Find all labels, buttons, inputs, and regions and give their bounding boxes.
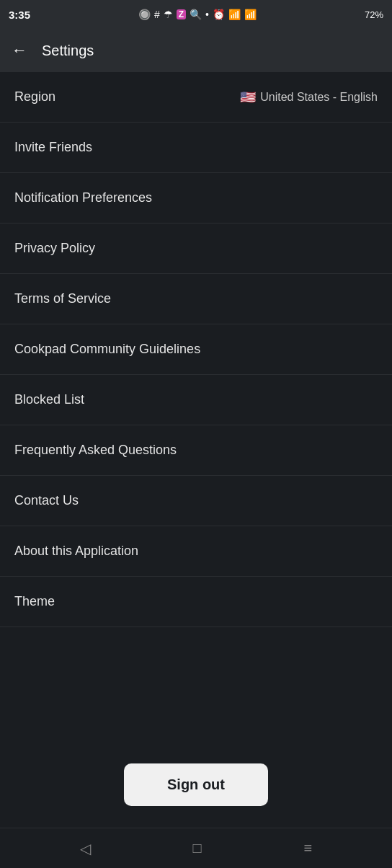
menu-item-contact-us[interactable]: Contact Us bbox=[0, 476, 392, 526]
community-guidelines-label: Cookpad Community Guidelines bbox=[14, 342, 200, 357]
about-label: About this Application bbox=[14, 544, 138, 559]
vpn-icon: ☂ bbox=[164, 9, 173, 20]
menu-content: Region 🇺🇸 United States - English Invite… bbox=[0, 72, 392, 828]
dot-icon: • bbox=[205, 9, 209, 20]
status-bar: 3:35 🔘 # ☂ Z 🔍 • ⏰ 📶 📶 72% bbox=[0, 0, 392, 29]
menu-item-theme[interactable]: Theme bbox=[0, 577, 392, 627]
zapp-icon: Z bbox=[177, 9, 186, 19]
nav-home-icon[interactable]: □ bbox=[193, 840, 202, 856]
menu-item-invite-friends[interactable]: Invite Friends bbox=[0, 123, 392, 173]
back-button[interactable]: ← bbox=[12, 43, 27, 58]
terms-of-service-label: Terms of Service bbox=[14, 291, 111, 306]
notification-preferences-label: Notification Preferences bbox=[14, 190, 152, 205]
nav-bar: ◁ □ ≡ bbox=[0, 828, 392, 868]
us-flag-icon: 🇺🇸 bbox=[240, 89, 256, 105]
status-icons: 🔘 # ☂ Z 🔍 • ⏰ 📶 📶 bbox=[138, 9, 257, 20]
menu-item-region[interactable]: Region 🇺🇸 United States - English bbox=[0, 72, 392, 123]
faq-label: Frequently Asked Questions bbox=[14, 443, 177, 458]
menu-item-faq[interactable]: Frequently Asked Questions bbox=[0, 425, 392, 476]
theme-label: Theme bbox=[14, 594, 55, 609]
invite-friends-label: Invite Friends bbox=[14, 140, 92, 155]
signal-icon: 📶 bbox=[244, 9, 257, 20]
contact-us-label: Contact Us bbox=[14, 493, 79, 508]
sign-out-button[interactable]: Sign out bbox=[124, 763, 268, 806]
menu-item-blocked-list[interactable]: Blocked List bbox=[0, 375, 392, 425]
menu-item-community-guidelines[interactable]: Cookpad Community Guidelines bbox=[0, 324, 392, 375]
menu-item-about[interactable]: About this Application bbox=[0, 526, 392, 577]
status-time: 3:35 bbox=[9, 9, 30, 21]
blocked-list-label: Blocked List bbox=[14, 392, 84, 407]
nav-back-icon[interactable]: ◁ bbox=[80, 840, 91, 857]
hashtag-icon: # bbox=[154, 9, 160, 20]
whatsapp-icon: 🔘 bbox=[138, 9, 151, 20]
search-icon: 🔍 bbox=[190, 9, 202, 20]
region-label: Region bbox=[14, 89, 55, 105]
menu-item-privacy-policy[interactable]: Privacy Policy bbox=[0, 223, 392, 274]
header: ← Settings bbox=[0, 29, 392, 72]
nav-menu-icon[interactable]: ≡ bbox=[303, 840, 312, 856]
wifi-icon: 📶 bbox=[228, 9, 241, 20]
region-text: United States - English bbox=[260, 91, 378, 104]
alarm-icon: ⏰ bbox=[213, 9, 225, 20]
sign-out-container: Sign out bbox=[0, 742, 392, 828]
menu-item-terms-of-service[interactable]: Terms of Service bbox=[0, 274, 392, 324]
status-battery: 72% bbox=[365, 9, 383, 20]
privacy-policy-label: Privacy Policy bbox=[14, 241, 95, 256]
menu-item-notification-preferences[interactable]: Notification Preferences bbox=[0, 173, 392, 223]
page-title: Settings bbox=[42, 43, 94, 59]
region-value: 🇺🇸 United States - English bbox=[240, 89, 378, 105]
